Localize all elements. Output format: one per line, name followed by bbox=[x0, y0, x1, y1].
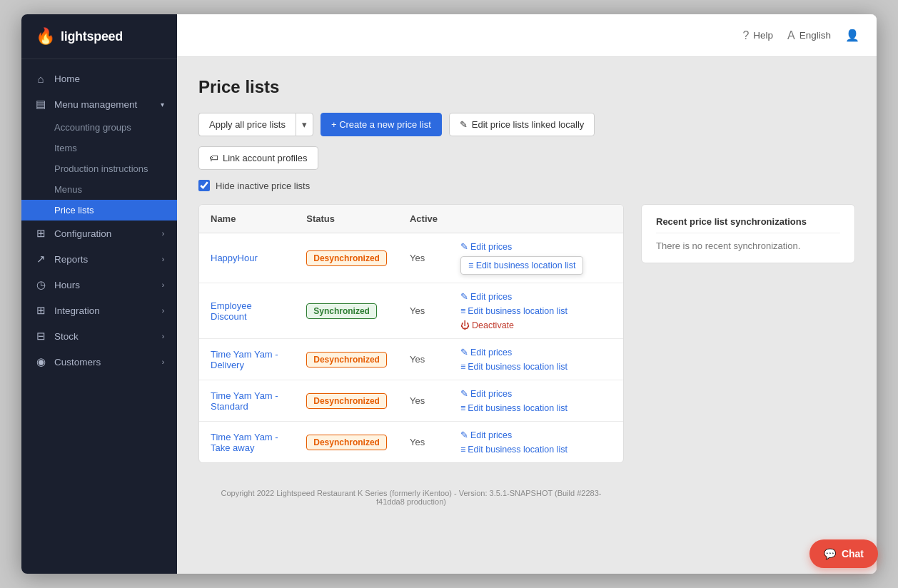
sidebar-item-reports-label: Reports bbox=[54, 254, 88, 265]
sidebar-item-customers[interactable]: ◉ Customers › bbox=[21, 349, 177, 375]
tag-icon: 🏷 bbox=[209, 153, 218, 163]
row-actions: ✎ Edit prices ≡ Edit business location l… bbox=[460, 430, 612, 455]
toolbar-row2: 🏷 Link account profiles bbox=[198, 146, 855, 170]
sidebar-item-configuration[interactable]: ⊞ Configuration › bbox=[21, 220, 177, 246]
row-name-link[interactable]: Employee Discount bbox=[211, 300, 252, 322]
apply-price-lists-dropdown-button[interactable]: ▾ bbox=[296, 113, 313, 136]
sidebar-item-production-instructions[interactable]: Production instructions bbox=[21, 158, 177, 179]
edit-prices-link[interactable]: ✎ Edit prices bbox=[460, 291, 512, 302]
cell-active: Yes bbox=[398, 422, 449, 463]
edit-biz-link[interactable]: ≡ Edit business location list bbox=[460, 306, 567, 316]
cell-active: Yes bbox=[398, 283, 449, 339]
nav-group-menu-management: ▤ Menu management ▾ Accounting groups It… bbox=[21, 91, 177, 220]
edit-icon-small: ✎ bbox=[460, 241, 468, 252]
toolbar: Apply all price lists ▾ + Create a new p… bbox=[198, 113, 855, 136]
edit-biz-link[interactable]: ≡ Edit business location list bbox=[460, 403, 567, 413]
sidebar-item-reports[interactable]: ↗ Reports › bbox=[21, 246, 177, 272]
chevron-right-icon-5: › bbox=[162, 333, 164, 340]
user-icon: 👤 bbox=[845, 29, 859, 42]
sidebar-item-price-lists-label: Price lists bbox=[54, 205, 94, 216]
user-menu[interactable]: 👤 bbox=[845, 29, 859, 42]
row-name-link[interactable]: Time Yam Yam - Standard bbox=[211, 390, 278, 412]
content: Price lists Apply all price lists ▾ + Cr… bbox=[177, 57, 877, 574]
sidebar-item-price-lists[interactable]: Price lists bbox=[21, 200, 177, 220]
chevron-right-icon-6: › bbox=[162, 358, 164, 366]
cell-actions: ✎ Edit prices ≡ Edit business location l… bbox=[449, 422, 623, 463]
language-icon: A bbox=[787, 29, 795, 42]
sidebar-item-menus[interactable]: Menus bbox=[21, 179, 177, 200]
customers-icon: ◉ bbox=[34, 355, 47, 368]
edit-prices-label: Edit prices bbox=[470, 292, 512, 302]
price-lists-table-container: Name Status Active HappyHour bbox=[198, 204, 624, 463]
apply-all-price-lists-button[interactable]: Apply all price lists bbox=[198, 113, 296, 136]
help-button[interactable]: ? Help bbox=[742, 29, 773, 42]
sidebar-item-stock[interactable]: ⊟ Stock › bbox=[21, 323, 177, 349]
create-new-price-list-button[interactable]: + Create a new price list bbox=[321, 113, 442, 136]
row-name-link[interactable]: Time Yam Yam - Take away bbox=[211, 432, 278, 453]
configuration-icon: ⊞ bbox=[34, 227, 47, 240]
edit-biz-link[interactable]: ≡ Edit business location list bbox=[460, 445, 567, 455]
cell-status: Desynchronized bbox=[295, 233, 398, 283]
topbar: ? Help A English 👤 bbox=[177, 14, 877, 57]
link-account-profiles-button[interactable]: 🏷 Link account profiles bbox=[198, 146, 318, 170]
row-actions: ✎ Edit prices ≡ Edit business location l… bbox=[460, 241, 612, 275]
table-row: Time Yam Yam - Delivery Desynchronized Y… bbox=[199, 339, 623, 380]
table-row: HappyHour Desynchronized Yes ✎ Edit pric… bbox=[199, 233, 623, 283]
cell-active: Yes bbox=[398, 233, 449, 283]
chevron-right-icon: › bbox=[162, 230, 164, 238]
table-row: Time Yam Yam - Take away Desynchronized … bbox=[199, 422, 623, 463]
row-name-link[interactable]: Time Yam Yam - Delivery bbox=[211, 349, 278, 370]
integration-icon: ⊞ bbox=[34, 304, 47, 317]
cell-actions: ✎ Edit prices ≡ Edit business location l… bbox=[449, 233, 623, 283]
col-actions bbox=[449, 205, 623, 233]
table-row: Time Yam Yam - Standard Desynchronized Y… bbox=[199, 380, 623, 422]
sidebar-item-home-label: Home bbox=[54, 74, 80, 84]
cell-name: Time Yam Yam - Standard bbox=[199, 380, 295, 422]
cell-actions: ✎ Edit prices ≡ Edit business location l… bbox=[449, 380, 623, 422]
help-label: Help bbox=[753, 30, 773, 41]
edit-biz-link[interactable]: ≡ Edit business location list bbox=[460, 362, 567, 372]
cell-actions: ✎ Edit prices ≡ Edit business location l… bbox=[449, 339, 623, 380]
edit-prices-link[interactable]: ✎ Edit prices bbox=[460, 347, 512, 358]
chat-icon: 💬 bbox=[824, 548, 836, 559]
stock-icon: ⊟ bbox=[34, 330, 47, 343]
deactivate-link[interactable]: ⏻ Deactivate bbox=[460, 320, 514, 330]
hide-inactive-checkbox[interactable] bbox=[198, 180, 210, 191]
chevron-right-icon-3: › bbox=[162, 281, 164, 289]
language-selector[interactable]: A English bbox=[787, 29, 831, 42]
sidebar-item-hours-label: Hours bbox=[54, 280, 80, 290]
sidebar-item-items[interactable]: Items bbox=[21, 138, 177, 158]
chat-button[interactable]: 💬 Chat bbox=[809, 539, 878, 568]
cell-status: Desynchronized bbox=[295, 380, 398, 422]
hide-inactive-checkbox-row: Hide inactive price lists bbox=[198, 180, 855, 191]
reports-icon: ↗ bbox=[34, 253, 47, 265]
edit-prices-link[interactable]: ✎ Edit prices bbox=[460, 241, 512, 252]
edit-biz-label: Edit business location list bbox=[468, 445, 567, 455]
cell-active: Yes bbox=[398, 380, 449, 422]
hide-inactive-label[interactable]: Hide inactive price lists bbox=[216, 181, 310, 191]
sidebar-item-home[interactable]: ⌂ Home bbox=[21, 66, 177, 91]
footer: Copyright 2022 Lightspeed Restaurant K S… bbox=[198, 477, 624, 517]
cell-name: Employee Discount bbox=[199, 283, 295, 339]
nav-group-menu-management-label: Menu management bbox=[54, 99, 137, 110]
col-active: Active bbox=[398, 205, 449, 233]
logo-text: lightspeed bbox=[61, 29, 123, 44]
edit-prices-link[interactable]: ✎ Edit prices bbox=[460, 430, 512, 440]
edit-prices-link[interactable]: ✎ Edit prices bbox=[460, 388, 512, 399]
col-status: Status bbox=[295, 205, 398, 233]
cell-name: HappyHour bbox=[199, 233, 295, 283]
nav-group-menu-management-header[interactable]: ▤ Menu management ▾ bbox=[21, 91, 177, 117]
row-name-link[interactable]: HappyHour bbox=[211, 253, 258, 263]
power-icon: ⏻ bbox=[460, 320, 470, 330]
list-icon-2: ≡ bbox=[460, 306, 465, 316]
sidebar-item-hours[interactable]: ◷ Hours › bbox=[21, 272, 177, 298]
sidebar-item-accounting-groups[interactable]: Accounting groups bbox=[21, 117, 177, 138]
status-badge: Desynchronized bbox=[306, 393, 387, 409]
sidebar-item-integration[interactable]: ⊞ Integration › bbox=[21, 298, 177, 323]
edit-business-location-tooltip[interactable]: ≡ Edit business location list bbox=[460, 256, 583, 275]
row-actions: ✎ Edit prices ≡ Edit business location l… bbox=[460, 347, 612, 372]
edit-price-lists-linked-locally-button[interactable]: ✎ Edit price lists linked locally bbox=[449, 113, 595, 136]
cell-actions: ✎ Edit prices ≡ Edit business location l… bbox=[449, 283, 623, 339]
sidebar-item-stock-label: Stock bbox=[54, 331, 79, 342]
list-icon: ≡ bbox=[468, 260, 473, 270]
